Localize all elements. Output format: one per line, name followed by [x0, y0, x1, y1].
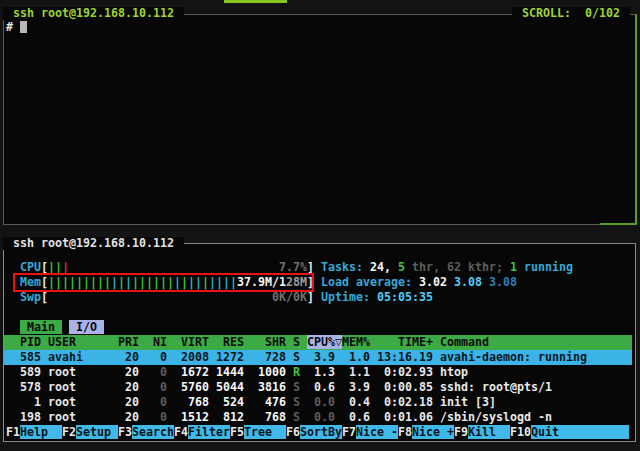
tasks-kthreads: thr, 62 kthr; — [412, 260, 503, 274]
cell-command: init [3] — [433, 395, 496, 409]
col-cpu-sorted[interactable]: CPU%▽ — [307, 335, 342, 349]
cell-state: S — [286, 395, 300, 409]
process-row[interactable]: 198 root 20 0 1512 812 768 S 0.0 0.6 0:0… — [6, 410, 552, 425]
cell-state: S — [286, 380, 300, 394]
cell-user: root — [41, 380, 118, 394]
cell-res: 812 — [209, 410, 244, 424]
fkey-label-F8[interactable]: Nice + — [412, 425, 454, 439]
cpu-meter-bar: | — [55, 260, 62, 274]
cell-mem: 3.9 — [335, 380, 370, 394]
col-mem[interactable]: MEM% — [342, 335, 370, 349]
tab-io[interactable]: I/O — [69, 320, 104, 334]
process-row[interactable]: 578 root 20 0 5760 5044 3816 S 0.6 3.9 0… — [6, 380, 552, 395]
uptime-label: Uptime: — [321, 290, 377, 304]
col-pri[interactable]: PRI — [118, 335, 139, 349]
cpu-meter-value: 7.7% — [279, 260, 307, 274]
cell-cpu: 0.6 — [300, 380, 335, 394]
col-pid[interactable]: PID — [6, 335, 41, 349]
tab-main[interactable]: Main — [20, 320, 62, 334]
col-user[interactable]: USER — [41, 335, 118, 349]
col-state[interactable]: S — [286, 335, 300, 349]
fkey-label-F1[interactable]: Help — [20, 425, 62, 439]
fkey-F2[interactable]: F2 — [62, 425, 76, 439]
cell-cpu: 0.0 — [300, 395, 335, 409]
scroll-indicator: SCROLL: 0/102 — [512, 7, 630, 20]
process-row[interactable]: 1 root 20 0 768 524 476 S 0.0 0.4 0:02.1… — [6, 395, 496, 410]
tasks-running-label: running — [524, 260, 573, 274]
uptime-value: 05:05:35 — [377, 290, 433, 304]
annotation-highlight-rect — [13, 273, 314, 292]
cell-state: S — [286, 410, 300, 424]
fkey-label-F9[interactable]: Kill — [468, 425, 510, 439]
htop-tabs-row: Main I/O — [6, 320, 104, 335]
cell-ni: 0 — [139, 395, 167, 409]
fkey-label-F3[interactable]: Search — [132, 425, 174, 439]
process-row[interactable]: 589 root 20 0 1672 1444 1000 R 1.3 1.1 0… — [6, 365, 468, 380]
fkey-label-F7[interactable]: Nice - — [356, 425, 398, 439]
process-row[interactable]: 585 avahi 20 0 2008 1272 728 S 3.9 1.0 1… — [4, 350, 632, 365]
cell-shr: 1000 — [244, 365, 286, 379]
cell-virt: 1512 — [167, 410, 209, 424]
shell-prompt: # — [6, 20, 13, 35]
fkey-F9[interactable]: F9 — [454, 425, 468, 439]
cell-time: 0:00.85 — [370, 380, 433, 394]
fkey-F8[interactable]: F8 — [398, 425, 412, 439]
cell-state: S — [286, 350, 300, 364]
cell-time: 0:02.93 — [370, 365, 433, 379]
cell-command: avahi-daemon: running — [433, 350, 587, 364]
cell-pri: 20 — [118, 365, 139, 379]
cell-shr: 728 — [244, 350, 286, 364]
cell-pid: 1 — [6, 395, 41, 409]
cell-virt: 1672 — [167, 365, 209, 379]
load-label: Load average: — [321, 275, 419, 289]
cell-pri: 20 — [118, 350, 139, 364]
pane-title-bottom: ssh root@192.168.10.112 — [3, 237, 184, 250]
col-ni[interactable]: NI — [139, 335, 167, 349]
cell-ni: 0 — [139, 350, 167, 364]
cell-pri: 20 — [118, 380, 139, 394]
table-header-row: PID USER PRI NI VIRT RES SHR S CPU%▽MEM%… — [4, 335, 632, 350]
col-time[interactable]: TIME+ — [370, 335, 433, 349]
tasks-running-count: 1 — [510, 260, 517, 274]
col-virt[interactable]: VIRT — [167, 335, 209, 349]
fkey-F6[interactable]: F6 — [286, 425, 300, 439]
load-1min: 3.02 — [419, 275, 447, 289]
cell-shr: 3816 — [244, 380, 286, 394]
fkey-F3[interactable]: F3 — [118, 425, 132, 439]
tmux-pane-top[interactable] — [3, 14, 637, 225]
cell-mem: 0.4 — [335, 395, 370, 409]
cell-virt: 2008 — [167, 350, 209, 364]
col-res[interactable]: RES — [209, 335, 244, 349]
fkey-F1[interactable]: F1 — [6, 425, 20, 439]
fkey-F5[interactable]: F5 — [230, 425, 244, 439]
tasks-count: 24, — [370, 260, 391, 274]
function-key-bar: F1Help F2Setup F3SearchF4FilterF5Tree F6… — [6, 425, 629, 440]
fkey-F7[interactable]: F7 — [342, 425, 356, 439]
cell-cpu: 1.3 — [300, 365, 335, 379]
cpu-meter-bar: | — [48, 260, 55, 274]
swp-meter-label: Swp — [20, 290, 41, 304]
col-command[interactable]: Command — [433, 335, 489, 349]
cell-user: avahi — [41, 350, 118, 364]
fkey-label-F4[interactable]: Filter — [188, 425, 230, 439]
cell-ni: 0 — [139, 365, 167, 379]
cell-res: 1444 — [209, 365, 244, 379]
cell-time: 0:01.06 — [370, 410, 433, 424]
cell-ni: 0 — [139, 380, 167, 394]
load-5min: 3.08 — [454, 275, 482, 289]
fkey-F10[interactable]: F10 — [510, 425, 531, 439]
cell-mem: 0.6 — [335, 410, 370, 424]
fkey-F4[interactable]: F4 — [174, 425, 188, 439]
active-pane-border-segment — [600, 223, 636, 225]
cell-ni: 0 — [139, 410, 167, 424]
cell-time: 13:16.19 — [370, 350, 433, 364]
cell-time: 0:02.18 — [370, 395, 433, 409]
tasks-label: Tasks: — [321, 260, 370, 274]
col-shr[interactable]: SHR — [244, 335, 286, 349]
fkey-label-F6[interactable]: SortBy — [300, 425, 342, 439]
fkey-label-F10[interactable]: Quit — [531, 425, 629, 439]
fkey-label-F2[interactable]: Setup — [76, 425, 118, 439]
cell-res: 5044 — [209, 380, 244, 394]
fkey-label-F5[interactable]: Tree — [244, 425, 286, 439]
tasks-threads: 5 — [398, 260, 405, 274]
